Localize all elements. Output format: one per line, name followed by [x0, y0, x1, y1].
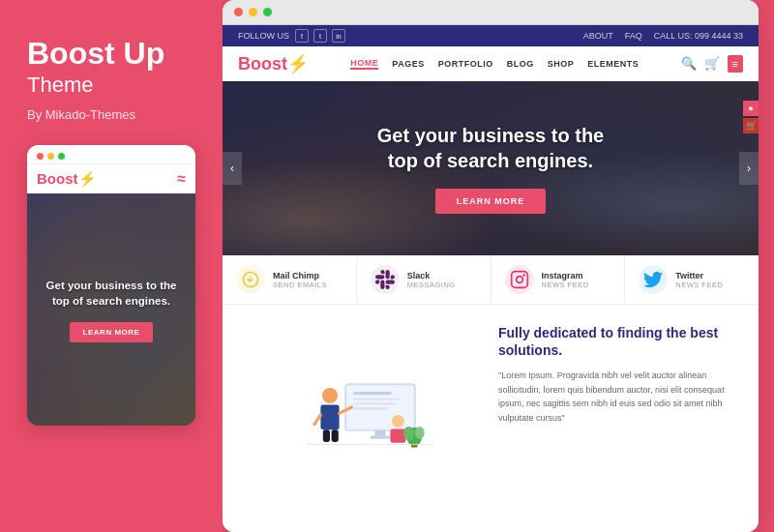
site-logo: Boost⚡ [238, 53, 309, 74]
twitter-sub: NEWS FEED [675, 281, 723, 289]
features-bar: Mail Chimp SEND EMAILS Slack MESSAGING [223, 255, 759, 305]
mobile-nav: Boost⚡ ≈ [27, 164, 195, 193]
hero-side-btn-1[interactable]: ● [743, 101, 759, 116]
svg-rect-16 [331, 429, 338, 442]
nav-logo-symbol: ⚡ [287, 54, 309, 74]
mailchimp-sub: SEND EMAILS [273, 281, 327, 289]
svg-point-17 [392, 415, 404, 428]
hero-prev-arrow[interactable]: ‹ [223, 152, 242, 185]
site-hero: ‹ › ● 🛒 Get your business to thetop of s… [223, 81, 759, 255]
mobile-logo-text: Boost [37, 170, 78, 187]
svg-rect-9 [374, 430, 385, 436]
cart-icon[interactable]: 🛒 [704, 56, 720, 71]
dot-green [58, 153, 65, 160]
dot-yellow [47, 153, 54, 160]
browser-dot-green [263, 8, 272, 16]
mobile-hero-bg [27, 193, 195, 426]
mailchimp-icon [236, 265, 265, 294]
browser-dot-red [234, 8, 243, 16]
feature-twitter: Twitter NEWS FEED [625, 255, 759, 304]
follow-us-label: FOLLOW US [238, 31, 289, 41]
about-link[interactable]: ABOUT [583, 31, 613, 41]
illustration-svg [283, 366, 438, 472]
instagram-text: Instagram NEWS FEED [542, 271, 589, 289]
website-content: FOLLOW US f t in ABOUT FAQ CALL US: 099 … [223, 25, 759, 532]
facebook-icon[interactable]: f [295, 29, 309, 43]
feature-instagram: Instagram NEWS FEED [491, 255, 626, 304]
nav-link-shop[interactable]: SHOP [548, 59, 575, 69]
desktop-preview-panel: FOLLOW US f t in ABOUT FAQ CALL US: 099 … [223, 0, 759, 532]
mobile-cta-button[interactable]: LEARN MORE [70, 322, 154, 342]
search-icon[interactable]: 🔍 [681, 56, 697, 71]
svg-rect-15 [322, 429, 329, 442]
mobile-preview-card: Boost⚡ ≈ Get your business to the top of… [27, 145, 195, 426]
app-subtitle: Theme [27, 73, 195, 98]
mobile-dots [37, 153, 65, 160]
twitter-text: Twitter NEWS FEED [675, 271, 723, 289]
hero-cta-button[interactable]: LEARN MORE [435, 189, 547, 214]
illustration-area [238, 320, 483, 517]
dot-red [37, 153, 44, 160]
topbar-left: FOLLOW US f t in [238, 29, 345, 43]
svg-line-14 [314, 415, 320, 425]
slack-icon [371, 265, 400, 294]
svg-point-1 [516, 277, 522, 283]
nav-link-home[interactable]: HOME [350, 58, 378, 70]
hero-next-arrow[interactable]: › [739, 152, 759, 185]
nav-logo-text: Boost [238, 54, 287, 74]
left-panel: Boost Up Theme By Mikado-Themes Boost⚡ ≈… [0, 0, 223, 532]
browser-dot-yellow [249, 8, 257, 16]
bottom-body: "Lorem Ipsum. Progravida nibh vel velit … [498, 369, 743, 425]
twitter-name: Twitter [675, 271, 723, 281]
author-label: By Mikado-Themes [27, 107, 195, 122]
faq-link[interactable]: FAQ [625, 31, 642, 41]
instagram-sub: NEWS FEED [542, 281, 589, 289]
hero-side-buttons: ● 🛒 [743, 101, 759, 133]
nav-icons: 🔍 🛒 ≡ [681, 55, 743, 73]
mailchimp-name: Mail Chimp [273, 271, 327, 281]
slack-sub: MESSAGING [407, 281, 456, 289]
topbar-right: ABOUT FAQ CALL US: 099 4444 33 [583, 31, 743, 41]
svg-point-21 [403, 427, 414, 440]
menu-icon[interactable]: ≡ [728, 55, 743, 73]
nav-link-blog[interactable]: BLOG [507, 59, 534, 69]
instagram-icon [505, 265, 534, 294]
hero-side-btn-2[interactable]: 🛒 [743, 118, 759, 133]
feature-mailchimp: Mail Chimp SEND EMAILS [223, 255, 357, 304]
site-topbar: FOLLOW US f t in ABOUT FAQ CALL US: 099 … [223, 25, 759, 46]
app-title: Boost Up [27, 37, 195, 71]
svg-point-11 [322, 388, 338, 403]
mobile-hero-text: Get your business to the top of search e… [39, 278, 184, 309]
bottom-heading: Fully dedicated to finding the best solu… [498, 324, 743, 359]
svg-rect-18 [390, 429, 405, 442]
twitter-icon [639, 265, 668, 294]
svg-rect-0 [511, 272, 527, 288]
svg-rect-8 [353, 407, 388, 409]
bottom-text-area: Fully dedicated to finding the best solu… [498, 320, 743, 517]
svg-point-2 [522, 274, 525, 277]
browser-chrome [223, 0, 759, 25]
call-us-label: CALL US: 099 4444 33 [654, 31, 743, 41]
mobile-menu-icon[interactable]: ≈ [177, 170, 186, 188]
slack-name: Slack [407, 271, 456, 281]
hero-title: Get your business to thetop of search en… [377, 123, 604, 173]
svg-point-22 [415, 427, 425, 439]
nav-link-elements[interactable]: ELEMENTS [587, 59, 639, 69]
mobile-hero: Get your business to the top of search e… [27, 193, 195, 426]
mobile-logo-symbol: ⚡ [78, 170, 97, 187]
svg-rect-10 [370, 435, 390, 438]
nav-link-portfolio[interactable]: PORTFOLIO [438, 59, 493, 69]
svg-rect-7 [353, 402, 396, 404]
mobile-chrome [27, 145, 195, 164]
feature-slack: Slack MESSAGING [357, 255, 491, 304]
svg-rect-5 [353, 392, 392, 395]
svg-rect-12 [320, 404, 339, 429]
social-icons: f t in [295, 29, 345, 43]
linkedin-icon[interactable]: in [332, 29, 345, 43]
bottom-section: Fully dedicated to finding the best solu… [223, 305, 759, 532]
nav-links: HOME PAGES PORTFOLIO BLOG SHOP ELEMENTS [350, 58, 639, 70]
mobile-logo: Boost⚡ [37, 170, 97, 188]
mailchimp-text: Mail Chimp SEND EMAILS [273, 271, 327, 289]
nav-link-pages[interactable]: PAGES [392, 59, 424, 69]
twitter-icon[interactable]: t [313, 29, 327, 43]
